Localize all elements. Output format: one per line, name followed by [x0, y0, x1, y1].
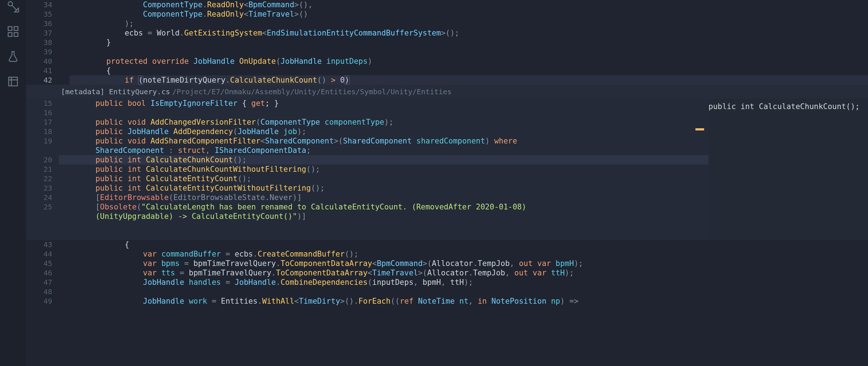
peek-gutter: 1516171819202122232425	[26, 99, 59, 240]
code-line[interactable]: public int CalculateEntityCount();	[59, 174, 708, 183]
code-line[interactable]: JobHandle handles = JobHandle.CombineDep…	[70, 278, 868, 287]
code-line[interactable]: SharedComponent : struct, ISharedCompone…	[59, 146, 708, 155]
code-line[interactable]: ComponentType.ReadOnly<TimeTravel>()	[70, 9, 868, 19]
code-line[interactable]: var bpms = bpmTimeTravelQuery.ToComponen…	[70, 259, 868, 268]
top-editor[interactable]: 343536373839404142 ComponentType.ReadOnl…	[26, 0, 868, 85]
peek-filepath: /Project/E7/Onmaku/Assembly/Unity/Entiti…	[172, 87, 452, 96]
debug-icon[interactable]	[7, 0, 20, 15]
code-line[interactable]: public void AddChangedVersionFilter(Comp…	[59, 117, 708, 127]
code-line[interactable]	[70, 287, 868, 296]
svg-rect-2	[8, 27, 12, 31]
beaker-icon[interactable]	[7, 50, 20, 65]
svg-rect-5	[14, 33, 18, 37]
code-area[interactable]: ComponentType.ReadOnly<BpmCommand>(), Co…	[70, 0, 868, 85]
code-line[interactable]: (UnityUpgradable) -> CalculateEntityCoun…	[59, 212, 708, 221]
peek-code[interactable]: public bool IsEmptyIgnoreFilter { get; }…	[59, 99, 708, 240]
code-line[interactable]: if (noteTimeDirtyQuery.CalculateChunkCou…	[70, 75, 868, 85]
code-line[interactable]: [Obsolete("CalculateLength has been rena…	[59, 202, 708, 212]
svg-point-0	[8, 2, 13, 6]
code-line[interactable]: ComponentType.ReadOnly<BpmCommand>(),	[70, 0, 868, 9]
code-line[interactable]: {	[70, 66, 868, 75]
code-line[interactable]: protected override JobHandle OnUpdate(Jo…	[70, 57, 868, 66]
extensions-icon[interactable]	[7, 25, 20, 40]
gutter: 343536373839404142	[26, 0, 59, 85]
code-line[interactable]: public bool IsEmptyIgnoreFilter { get; }	[59, 99, 708, 108]
code-area[interactable]: { var commandBuffer = ecbs.CreateCommand…	[70, 240, 868, 306]
code-line[interactable]	[59, 221, 708, 230]
svg-rect-3	[14, 27, 18, 31]
code-line[interactable]: public int CalculateChunkCountWithoutFil…	[59, 165, 708, 174]
code-line[interactable]: public int CalculateEntityCountWithoutFi…	[59, 183, 708, 193]
code-line[interactable]: public void AddSharedComponentFilter<Sha…	[59, 136, 708, 146]
svg-rect-4	[8, 33, 12, 37]
code-line[interactable]: public int CalculateChunkCount();	[59, 155, 708, 165]
code-line[interactable]: }	[70, 38, 868, 47]
bottom-editor[interactable]: 43444546474849 { var commandBuffer = ecb…	[26, 240, 868, 306]
code-line[interactable]: var commandBuffer = ecbs.CreateCommandBu…	[70, 249, 868, 259]
svg-rect-6	[9, 77, 17, 86]
code-line[interactable]: );	[70, 19, 868, 28]
peek-references-panel[interactable]: public int CalculateChunkCount();	[708, 99, 868, 240]
code-line[interactable]: public JobHandle AddDependency(JobHandle…	[59, 127, 708, 136]
peek-header[interactable]: [metadata] EntityQuery.cs /Project/E7/On…	[26, 85, 868, 99]
code-line[interactable]	[59, 108, 708, 117]
peek-body: 1516171819202122232425 public bool IsEmp…	[26, 99, 868, 240]
code-line[interactable]: {	[70, 240, 868, 249]
code-line[interactable]: JobHandle work = Entities.WithAll<TimeDi…	[70, 296, 868, 306]
activity-bar	[0, 0, 26, 366]
code-line[interactable]: ecbs = World.GetExistingSystem<EndSimula…	[70, 28, 868, 38]
code-line[interactable]: [EditorBrowsable(EditorBrowsableState.Ne…	[59, 193, 708, 202]
gutter: 43444546474849	[26, 240, 59, 306]
references-icon[interactable]	[7, 75, 20, 90]
peek-filename: [metadata] EntityQuery.cs	[61, 87, 170, 96]
code-line[interactable]	[70, 47, 868, 57]
code-line[interactable]: var tts = bpmTimeTravelQuery.ToComponent…	[70, 268, 868, 278]
reference-signature[interactable]: public int CalculateChunkCount();	[708, 102, 868, 111]
editor-group: 343536373839404142 ComponentType.ReadOnl…	[26, 0, 868, 366]
